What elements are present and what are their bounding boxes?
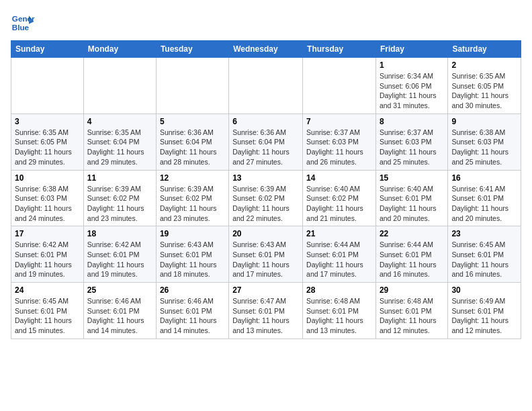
day-number: 28	[306, 285, 372, 295]
day-info: Sunrise: 6:35 AM Sunset: 6:04 PM Dayligh…	[87, 128, 152, 167]
svg-text:Blue: Blue	[12, 23, 30, 32]
day-info: Sunrise: 6:39 AM Sunset: 6:02 PM Dayligh…	[232, 184, 299, 224]
day-info: Sunrise: 6:36 AM Sunset: 6:04 PM Dayligh…	[232, 128, 299, 167]
calendar-week-4: 17Sunrise: 6:42 AM Sunset: 6:01 PM Dayli…	[11, 226, 521, 283]
weekday-header-monday: Monday	[83, 41, 156, 58]
day-info: Sunrise: 6:38 AM Sunset: 6:03 PM Dayligh…	[15, 184, 80, 224]
day-info: Sunrise: 6:47 AM Sunset: 6:01 PM Dayligh…	[232, 296, 299, 336]
calendar-cell: 16Sunrise: 6:41 AM Sunset: 6:01 PM Dayli…	[448, 170, 521, 226]
day-info: Sunrise: 6:43 AM Sunset: 6:01 PM Dayligh…	[160, 240, 225, 279]
day-info: Sunrise: 6:45 AM Sunset: 6:01 PM Dayligh…	[451, 240, 517, 279]
calendar-cell: 19Sunrise: 6:43 AM Sunset: 6:01 PM Dayli…	[156, 226, 228, 283]
calendar-cell: 30Sunrise: 6:49 AM Sunset: 6:01 PM Dayli…	[448, 283, 521, 339]
day-number: 23	[451, 229, 517, 238]
day-number: 24	[15, 285, 80, 295]
day-info: Sunrise: 6:48 AM Sunset: 6:01 PM Dayligh…	[306, 296, 372, 336]
day-number: 14	[306, 173, 372, 183]
calendar-cell: 22Sunrise: 6:44 AM Sunset: 6:01 PM Dayli…	[375, 226, 447, 283]
day-number: 17	[15, 229, 80, 238]
calendar-cell	[229, 58, 303, 114]
day-number: 27	[232, 285, 299, 295]
day-info: Sunrise: 6:35 AM Sunset: 6:05 PM Dayligh…	[15, 128, 80, 167]
calendar-cell: 9Sunrise: 6:38 AM Sunset: 6:03 PM Daylig…	[448, 113, 521, 170]
day-number: 20	[232, 229, 299, 238]
calendar-cell: 4Sunrise: 6:35 AM Sunset: 6:04 PM Daylig…	[83, 113, 156, 170]
calendar-cell: 11Sunrise: 6:39 AM Sunset: 6:02 PM Dayli…	[83, 170, 156, 226]
page-header: General Blue	[11, 11, 521, 35]
day-info: Sunrise: 6:42 AM Sunset: 6:01 PM Dayligh…	[15, 240, 80, 279]
calendar-cell: 2Sunrise: 6:35 AM Sunset: 6:05 PM Daylig…	[448, 58, 521, 114]
day-number: 21	[306, 229, 372, 238]
day-number: 18	[87, 229, 152, 238]
weekday-header-sunday: Sunday	[11, 41, 84, 58]
day-info: Sunrise: 6:44 AM Sunset: 6:01 PM Dayligh…	[380, 240, 444, 279]
calendar-cell: 14Sunrise: 6:40 AM Sunset: 6:02 PM Dayli…	[303, 170, 376, 226]
calendar-cell: 29Sunrise: 6:48 AM Sunset: 6:01 PM Dayli…	[375, 283, 447, 339]
calendar-cell: 3Sunrise: 6:35 AM Sunset: 6:05 PM Daylig…	[11, 113, 84, 170]
day-number: 4	[87, 117, 152, 126]
weekday-header-thursday: Thursday	[303, 41, 376, 58]
calendar-cell: 28Sunrise: 6:48 AM Sunset: 6:01 PM Dayli…	[303, 283, 376, 339]
day-number: 7	[306, 117, 372, 126]
calendar-table: SundayMondayTuesdayWednesdayThursdayFrid…	[11, 40, 521, 339]
calendar-cell: 17Sunrise: 6:42 AM Sunset: 6:01 PM Dayli…	[11, 226, 84, 283]
calendar-cell: 10Sunrise: 6:38 AM Sunset: 6:03 PM Dayli…	[11, 170, 84, 226]
day-number: 8	[380, 117, 444, 126]
day-info: Sunrise: 6:43 AM Sunset: 6:01 PM Dayligh…	[232, 240, 299, 279]
day-info: Sunrise: 6:40 AM Sunset: 6:02 PM Dayligh…	[306, 184, 372, 224]
calendar-cell	[11, 58, 84, 114]
logo: General Blue	[11, 11, 38, 35]
day-number: 26	[160, 285, 225, 295]
day-info: Sunrise: 6:37 AM Sunset: 6:03 PM Dayligh…	[380, 128, 444, 167]
calendar-cell: 5Sunrise: 6:36 AM Sunset: 6:04 PM Daylig…	[156, 113, 228, 170]
calendar-cell: 20Sunrise: 6:43 AM Sunset: 6:01 PM Dayli…	[229, 226, 303, 283]
day-info: Sunrise: 6:46 AM Sunset: 6:01 PM Dayligh…	[160, 296, 225, 336]
day-info: Sunrise: 6:37 AM Sunset: 6:03 PM Dayligh…	[306, 128, 372, 167]
day-number: 6	[232, 117, 299, 126]
calendar-cell: 12Sunrise: 6:39 AM Sunset: 6:02 PM Dayli…	[156, 170, 228, 226]
day-info: Sunrise: 6:42 AM Sunset: 6:01 PM Dayligh…	[87, 240, 152, 279]
calendar-cell: 15Sunrise: 6:40 AM Sunset: 6:01 PM Dayli…	[375, 170, 447, 226]
day-number: 12	[160, 173, 225, 183]
day-info: Sunrise: 6:41 AM Sunset: 6:01 PM Dayligh…	[451, 184, 517, 224]
day-info: Sunrise: 6:34 AM Sunset: 6:06 PM Dayligh…	[380, 71, 444, 111]
day-number: 2	[451, 60, 517, 70]
day-info: Sunrise: 6:35 AM Sunset: 6:05 PM Dayligh…	[451, 71, 517, 111]
day-number: 3	[15, 117, 80, 126]
day-info: Sunrise: 6:46 AM Sunset: 6:01 PM Dayligh…	[87, 296, 152, 336]
logo-icon: General Blue	[11, 11, 35, 35]
day-number: 25	[87, 285, 152, 295]
calendar-week-5: 24Sunrise: 6:45 AM Sunset: 6:01 PM Dayli…	[11, 283, 521, 339]
day-info: Sunrise: 6:39 AM Sunset: 6:02 PM Dayligh…	[87, 184, 152, 224]
weekday-header-tuesday: Tuesday	[156, 41, 228, 58]
calendar-cell	[156, 58, 228, 114]
weekday-header-wednesday: Wednesday	[229, 41, 303, 58]
calendar-week-2: 3Sunrise: 6:35 AM Sunset: 6:05 PM Daylig…	[11, 113, 521, 170]
day-info: Sunrise: 6:40 AM Sunset: 6:01 PM Dayligh…	[380, 184, 444, 224]
weekday-header-saturday: Saturday	[448, 41, 521, 58]
calendar-cell: 27Sunrise: 6:47 AM Sunset: 6:01 PM Dayli…	[229, 283, 303, 339]
calendar-week-1: 1Sunrise: 6:34 AM Sunset: 6:06 PM Daylig…	[11, 58, 521, 114]
day-number: 10	[15, 173, 80, 183]
day-info: Sunrise: 6:45 AM Sunset: 6:01 PM Dayligh…	[15, 296, 80, 336]
day-info: Sunrise: 6:44 AM Sunset: 6:01 PM Dayligh…	[306, 240, 372, 279]
calendar-cell: 21Sunrise: 6:44 AM Sunset: 6:01 PM Dayli…	[303, 226, 376, 283]
calendar-cell	[83, 58, 156, 114]
day-number: 19	[160, 229, 225, 238]
day-info: Sunrise: 6:38 AM Sunset: 6:03 PM Dayligh…	[451, 128, 517, 167]
calendar-cell: 13Sunrise: 6:39 AM Sunset: 6:02 PM Dayli…	[229, 170, 303, 226]
weekday-header-row: SundayMondayTuesdayWednesdayThursdayFrid…	[11, 41, 521, 58]
day-number: 22	[380, 229, 444, 238]
day-number: 9	[451, 117, 517, 126]
calendar-cell: 18Sunrise: 6:42 AM Sunset: 6:01 PM Dayli…	[83, 226, 156, 283]
weekday-header-friday: Friday	[375, 41, 447, 58]
calendar-cell: 7Sunrise: 6:37 AM Sunset: 6:03 PM Daylig…	[303, 113, 376, 170]
day-number: 16	[451, 173, 517, 183]
day-number: 29	[380, 285, 444, 295]
calendar-cell: 25Sunrise: 6:46 AM Sunset: 6:01 PM Dayli…	[83, 283, 156, 339]
day-number: 5	[160, 117, 225, 126]
day-info: Sunrise: 6:39 AM Sunset: 6:02 PM Dayligh…	[160, 184, 225, 224]
calendar-cell: 1Sunrise: 6:34 AM Sunset: 6:06 PM Daylig…	[375, 58, 447, 114]
calendar-cell: 6Sunrise: 6:36 AM Sunset: 6:04 PM Daylig…	[229, 113, 303, 170]
calendar-cell: 23Sunrise: 6:45 AM Sunset: 6:01 PM Dayli…	[448, 226, 521, 283]
